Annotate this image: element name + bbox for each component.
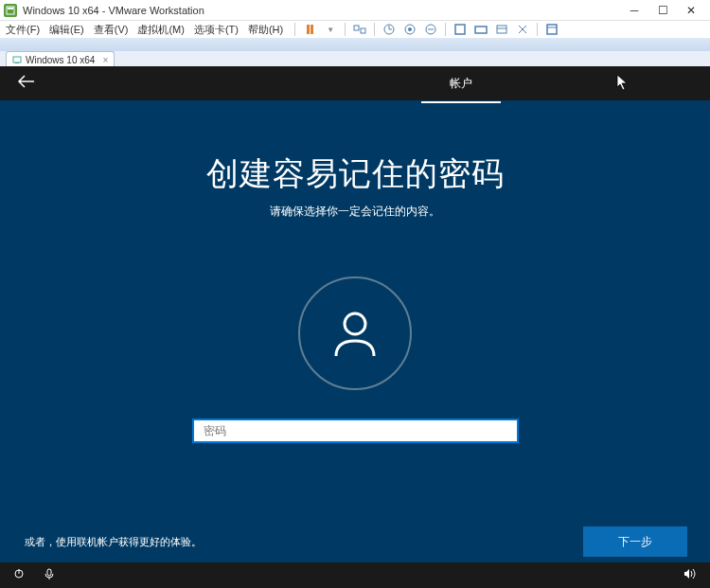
svg-point-6 (408, 27, 412, 31)
tabbar-background (0, 38, 710, 51)
fullscreen-icon[interactable] (453, 23, 467, 36)
library-icon[interactable] (545, 23, 559, 36)
mic-icon[interactable] (44, 568, 55, 582)
menu-view[interactable]: 查看(V) (94, 23, 129, 37)
menu-file[interactable]: 文件(F) (6, 23, 40, 37)
svg-rect-15 (15, 62, 19, 63)
svg-rect-2 (354, 26, 359, 30)
oobe-content: 创建容易记住的密码 请确保选择你一定会记住的内容。 (0, 100, 710, 443)
volume-icon[interactable] (683, 568, 697, 582)
password-input[interactable] (192, 419, 519, 443)
window-title: Windows 10 x64 - VMware Workstation (23, 5, 629, 16)
snapshot-icon[interactable] (382, 23, 396, 36)
menu-edit[interactable]: 编辑(E) (49, 23, 84, 37)
app-icon (4, 4, 17, 17)
send-ctrl-alt-del-icon[interactable] (353, 23, 366, 36)
vm-tab-icon (12, 55, 22, 64)
oobe-topbar: 帐户 (0, 66, 710, 100)
svg-rect-3 (361, 28, 365, 33)
separator (537, 23, 538, 36)
menu-toolbar: 文件(F) 编辑(E) 查看(V) 虚拟机(M) 选项卡(T) 帮助(H) ▼ (0, 21, 710, 38)
snapshot-manager-icon[interactable] (403, 23, 417, 36)
svg-rect-10 (497, 26, 506, 33)
tab-close-icon[interactable]: × (102, 55, 108, 65)
minimize-button[interactable]: ─ (629, 5, 640, 16)
separator (445, 23, 446, 36)
maximize-button[interactable]: ☐ (657, 5, 668, 16)
vm-statusbar (0, 562, 710, 588)
menu-help[interactable]: 帮助(H) (248, 23, 283, 37)
menu-vm[interactable]: 虚拟机(M) (137, 23, 185, 37)
menu-tabs[interactable]: 选项卡(T) (194, 23, 239, 37)
oobe-subtitle: 请确保选择你一定会记住的内容。 (0, 204, 710, 220)
close-button[interactable]: ✕ (685, 5, 697, 16)
oobe-account-tab[interactable]: 帐户 (421, 66, 501, 103)
svg-rect-19 (47, 569, 51, 576)
user-avatar-icon (298, 276, 412, 390)
svg-rect-12 (547, 25, 557, 34)
console-icon[interactable] (495, 23, 508, 36)
online-account-link[interactable]: 或者，使用联机帐户获得更好的体验。 (25, 535, 202, 549)
svg-rect-8 (455, 25, 465, 34)
back-button[interactable] (17, 75, 36, 92)
pause-icon[interactable] (303, 23, 316, 36)
oobe-bottom-bar: 或者，使用联机帐户获得更好的体验。 下一步 (0, 521, 710, 562)
window-titlebar: Windows 10 x64 - VMware Workstation ─ ☐ … (0, 0, 710, 21)
stretch-icon[interactable] (516, 23, 529, 36)
revert-icon[interactable] (424, 23, 437, 36)
vm-screen: 帐户 创建容易记住的密码 请确保选择你一定会记住的内容。 或者，使用联机帐户获得… (0, 66, 710, 588)
oobe-title: 创建容易记住的密码 (0, 152, 710, 196)
separator (294, 23, 295, 36)
next-button[interactable]: 下一步 (583, 526, 687, 557)
vm-tab-label: Windows 10 x64 (26, 55, 95, 65)
separator (374, 23, 375, 36)
unity-icon[interactable] (474, 23, 488, 36)
svg-point-16 (345, 313, 365, 334)
separator (345, 23, 346, 36)
vm-tab[interactable]: Windows 10 x64 × (6, 51, 115, 67)
dropdown-icon[interactable]: ▼ (324, 23, 337, 36)
svg-rect-9 (475, 27, 487, 33)
svg-rect-1 (8, 8, 13, 9)
svg-rect-14 (13, 57, 21, 62)
power-icon[interactable] (13, 568, 25, 582)
